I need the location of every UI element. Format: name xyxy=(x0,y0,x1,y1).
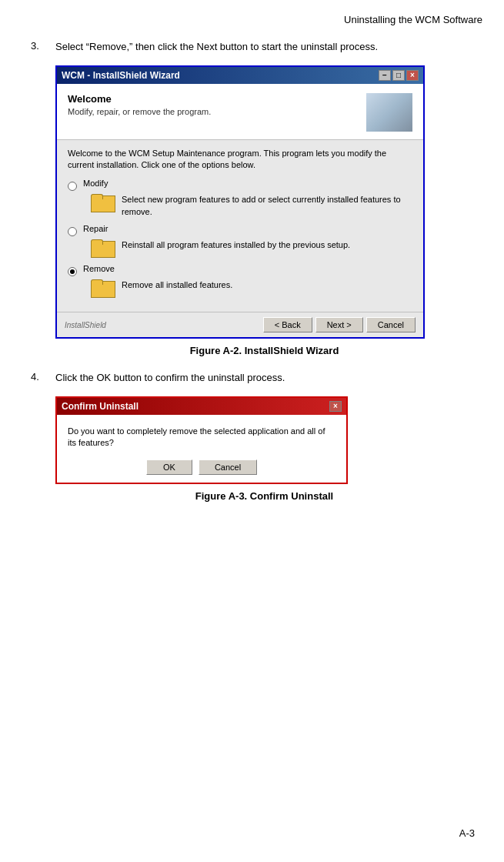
option-modify-content: Modify Select new program features to ad… xyxy=(83,179,412,218)
wizard-close-btn[interactable]: × xyxy=(406,70,419,81)
figure-3-caption: Figure A-3. Confirm Uninstall xyxy=(55,490,473,502)
page-footer: A-3 xyxy=(438,820,496,847)
option-modify-description: Select new program features to add or se… xyxy=(122,191,412,218)
wizard-titlebar-buttons: − □ × xyxy=(379,70,419,81)
wizard-back-btn[interactable]: < Back xyxy=(263,317,312,332)
option-repair-label: Repair xyxy=(83,224,412,233)
header-title: Uninstalling the WCM Software xyxy=(344,14,482,25)
option-remove-radio-col xyxy=(68,264,83,278)
confirm-body: Do you want to completely remove the sel… xyxy=(57,415,346,483)
confirm-titlebar: Confirm Uninstall × xyxy=(57,398,346,415)
step-4: 4. Click the OK button to confirm the un… xyxy=(31,370,473,386)
confirm-message: Do you want to completely remove the sel… xyxy=(68,426,335,449)
option-repair-description: Reinstall all program features installed… xyxy=(122,236,350,251)
option-repair-row: Repair Reinstall all program features in… xyxy=(68,224,412,258)
option-modify-radio-col xyxy=(68,179,83,192)
wizard-maximize-btn[interactable]: □ xyxy=(392,70,405,81)
page-header: Uninstalling the WCM Software xyxy=(0,0,504,32)
wizard-top-image xyxy=(366,93,412,132)
wizard-description: Welcome to the WCM Setup Maintenance pro… xyxy=(68,148,412,172)
option-modify-icon xyxy=(91,191,115,212)
wizard-body: Welcome Modify, repair, or remove the pr… xyxy=(57,84,423,338)
wizard-cancel-btn[interactable]: Cancel xyxy=(366,317,416,332)
confirm-close-btn[interactable]: × xyxy=(329,401,342,412)
option-repair-content: Repair Reinstall all program features in… xyxy=(83,224,412,258)
option-repair-radio-col xyxy=(68,224,83,238)
page-content: 3. Select “Remove,” then click the Next … xyxy=(0,32,504,531)
wizard-minimize-btn[interactable]: − xyxy=(379,70,391,81)
wizard-window: WCM - InstallShield Wizard − □ × Welcome… xyxy=(55,65,425,339)
step-4-text: Click the OK button to confirm the unins… xyxy=(55,370,285,386)
option-remove-content: Remove Remove all installed features. xyxy=(83,264,412,298)
confirm-cancel-btn[interactable]: Cancel xyxy=(199,459,257,475)
option-remove-row: Remove Remove all installed features. xyxy=(68,264,412,298)
figure-2-caption: Figure A-2. InstallShield Wizard xyxy=(55,345,473,356)
wizard-title: WCM - InstallShield Wizard xyxy=(62,70,180,81)
page-number: A-3 xyxy=(459,827,475,839)
option-modify-label: Modify xyxy=(83,179,412,188)
option-remove-label: Remove xyxy=(83,264,412,273)
step-3: 3. Select “Remove,” then click the Next … xyxy=(31,39,473,55)
wizard-figure-container: WCM - InstallShield Wizard − □ × Welcome… xyxy=(55,65,473,357)
wizard-footer: InstallShield < Back Next > Cancel xyxy=(57,312,423,337)
wizard-top: Welcome Modify, repair, or remove the pr… xyxy=(57,84,423,140)
option-remove-description: Remove all installed features. xyxy=(122,276,232,291)
wizard-titlebar: WCM - InstallShield Wizard − □ × xyxy=(57,67,423,84)
option-modify-row: Modify Select new program features to ad… xyxy=(68,179,412,218)
wizard-next-btn[interactable]: Next > xyxy=(315,317,363,332)
step-4-number: 4. xyxy=(31,370,55,383)
option-remove-detail: Remove all installed features. xyxy=(91,276,412,298)
wizard-main: Welcome to the WCM Setup Maintenance pro… xyxy=(57,140,423,312)
confirm-buttons: OK Cancel xyxy=(68,459,335,475)
option-remove-radio[interactable] xyxy=(68,267,77,276)
wizard-buttons: < Back Next > Cancel xyxy=(263,317,416,332)
wizard-welcome-subtitle: Modify, repair, or remove the program. xyxy=(68,107,366,116)
confirm-ok-btn[interactable]: OK xyxy=(146,459,192,475)
wizard-top-left: Welcome Modify, repair, or remove the pr… xyxy=(68,93,366,116)
option-modify-detail: Select new program features to add or se… xyxy=(91,191,412,218)
wizard-brand: InstallShield xyxy=(65,321,106,329)
confirm-figure-container: Confirm Uninstall × Do you want to compl… xyxy=(55,396,473,503)
step-3-number: 3. xyxy=(31,39,55,52)
confirm-window: Confirm Uninstall × Do you want to compl… xyxy=(55,396,348,485)
confirm-title: Confirm Uninstall xyxy=(62,401,139,412)
step-3-text: Select “Remove,” then click the Next but… xyxy=(55,39,378,55)
option-repair-icon xyxy=(91,236,115,258)
wizard-welcome-title: Welcome xyxy=(68,93,366,105)
option-remove-icon xyxy=(91,276,115,298)
option-repair-detail: Reinstall all program features installed… xyxy=(91,236,412,258)
option-repair-radio[interactable] xyxy=(68,227,77,236)
option-modify-radio[interactable] xyxy=(68,182,77,191)
